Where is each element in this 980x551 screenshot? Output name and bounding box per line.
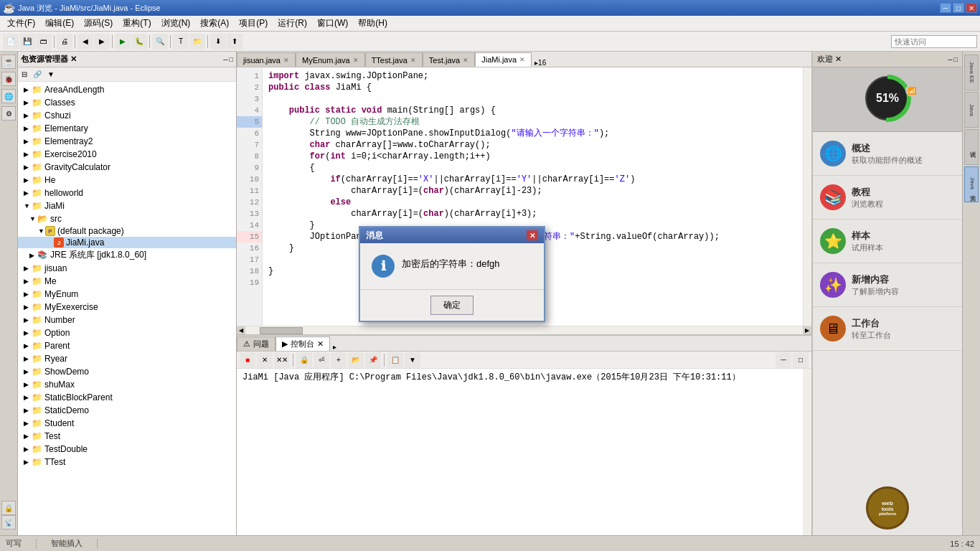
- toolbar-prev-annotation[interactable]: ⬆: [227, 34, 242, 50]
- expand-icon[interactable]: ▶: [24, 164, 31, 171]
- tree-item-Cshuzi[interactable]: ▶ 📁 Cshuzi: [18, 109, 236, 122]
- tab-close-icon[interactable]: ✕: [463, 57, 468, 64]
- expand-icon[interactable]: ▶: [24, 112, 31, 119]
- link-editor-button[interactable]: 🔗: [31, 70, 44, 79]
- tree-item-jre[interactable]: ▶ 📚 JRE 系统库 [jdk1.8.0_60]: [18, 248, 236, 262]
- tree-item-Elementary[interactable]: ▶ 📁 Elementary: [18, 122, 236, 135]
- expand-icon[interactable]: ▶: [24, 176, 31, 184]
- expand-icon[interactable]: ▶: [24, 291, 31, 298]
- word-wrap-button[interactable]: ⏎: [314, 352, 329, 368]
- toolbar-save[interactable]: 💾: [19, 34, 35, 50]
- tree-item-JiaMi[interactable]: ▼ 📁 JiaMi: [18, 199, 236, 212]
- expand-icon[interactable]: ▶: [24, 303, 31, 311]
- welcome-item-tutorial[interactable]: 📚 教程 浏览教程: [813, 176, 962, 220]
- tab-jiami[interactable]: JiaMi.java ✕: [475, 52, 532, 67]
- tree-item-He[interactable]: ▶ 📁 He: [18, 174, 236, 187]
- tree-item-StaticBlockParent[interactable]: ▶ 📁 StaticBlockParent: [18, 391, 236, 404]
- welcome-item-whats-new[interactable]: ✨ 新增内容 了解新增内容: [813, 263, 962, 307]
- perspective-javaee-button[interactable]: Java EE: [964, 55, 979, 90]
- open-console-button[interactable]: 📂: [348, 352, 364, 368]
- perspective-debug-button[interactable]: 调试: [964, 129, 979, 165]
- tree-item-Student[interactable]: ▶ 📁 Student: [18, 417, 236, 430]
- remove-launch-button[interactable]: ✕: [257, 352, 273, 368]
- pin-console-button[interactable]: 📌: [365, 352, 381, 368]
- tree-item-MyEnum[interactable]: ▶ 📁 MyEnum: [18, 288, 236, 301]
- toolbar-open-type[interactable]: T: [173, 34, 189, 50]
- expand-icon[interactable]: ▶: [24, 86, 31, 93]
- perspective-javabrowse-button[interactable]: Java 浏览: [964, 166, 979, 202]
- welcome-item-workbench[interactable]: 🖥 工作台 转至工作台: [813, 307, 962, 351]
- tree-item-TTest[interactable]: ▶ 📁 TTest: [18, 456, 236, 468]
- code-scrollbar-vertical[interactable]: [803, 67, 811, 326]
- expand-icon[interactable]: ▶: [24, 125, 31, 132]
- tree-item-Classes[interactable]: ▶ 📁 Classes: [18, 96, 236, 109]
- tree-item-shuMax[interactable]: ▶ 📁 shuMax: [18, 378, 236, 391]
- menu-edit[interactable]: 编辑(E): [41, 16, 78, 31]
- tree-item-TestDouble[interactable]: ▶ 📁 TestDouble: [18, 443, 236, 456]
- scroll-lock-button[interactable]: 🔒: [296, 352, 312, 368]
- tab-overflow-bottom[interactable]: ▸: [330, 343, 339, 351]
- expand-icon[interactable]: ▼: [38, 227, 45, 235]
- toolbar-forward[interactable]: ▶: [94, 34, 110, 50]
- expand-icon[interactable]: ▶: [24, 138, 31, 145]
- console-scrollbar[interactable]: [803, 369, 811, 535]
- menu-help[interactable]: 帮助(H): [354, 16, 392, 31]
- expand-icon[interactable]: ▶: [24, 420, 31, 427]
- remove-all-launches-button[interactable]: ✕✕: [274, 352, 290, 368]
- tree-item-Ryear[interactable]: ▶ 📁 Ryear: [18, 352, 236, 365]
- toolbar-next-annotation[interactable]: ⬇: [210, 34, 226, 50]
- tree-item-Exercise2010[interactable]: ▶ 📁 Exercise2010: [18, 148, 236, 161]
- terminate-button[interactable]: ■: [240, 352, 255, 368]
- expand-icon[interactable]: ▶: [24, 458, 31, 466]
- tab-close-icon[interactable]: ✕: [353, 57, 359, 64]
- menu-file[interactable]: 文件(F): [3, 16, 39, 31]
- maximize-view-button[interactable]: □: [230, 56, 233, 63]
- tab-console[interactable]: ▶ 控制台 ✕: [275, 336, 330, 351]
- display-selected-button[interactable]: 📋: [387, 352, 403, 368]
- tab-jisuan[interactable]: jisuan.java ✕: [237, 52, 296, 67]
- tree-item-GravityCalculator[interactable]: ▶ 📁 GravityCalculator: [18, 161, 236, 174]
- tab-overflow-button[interactable]: ▸16: [532, 59, 549, 67]
- toolbar-new[interactable]: 📄: [3, 34, 19, 50]
- maximize-console-button[interactable]: □: [793, 352, 809, 368]
- console-view-menu-button[interactable]: ▼: [405, 352, 420, 368]
- toolbar-run[interactable]: ▶: [115, 34, 131, 50]
- tab-test[interactable]: Test.java ✕: [423, 52, 475, 67]
- tab-close-icon[interactable]: ✕: [283, 57, 289, 64]
- tab-myenum[interactable]: MyEnum.java ✕: [296, 52, 365, 67]
- tree-item-StaticDemo[interactable]: ▶ 📁 StaticDemo: [18, 404, 236, 417]
- dialog-ok-button[interactable]: 确定: [430, 296, 473, 315]
- expand-icon[interactable]: ▶: [24, 355, 31, 362]
- tree-item-JiaMi-java[interactable]: J JiaMi.java: [18, 237, 236, 248]
- expand-icon[interactable]: ▼: [29, 215, 37, 222]
- tree-item-helloworld[interactable]: ▶ 📁 helloworld: [18, 187, 236, 199]
- perspective-java-button[interactable]: Java: [964, 92, 979, 128]
- expand-icon[interactable]: ▶: [24, 265, 31, 272]
- expand-icon[interactable]: ▶: [24, 329, 31, 336]
- expand-icon[interactable]: ▶: [24, 316, 31, 324]
- expand-icon[interactable]: ▶: [24, 151, 31, 158]
- expand-icon[interactable]: ▶: [24, 342, 31, 349]
- tree-item-Me[interactable]: ▶ 📁 Me: [18, 275, 236, 288]
- tree-item-src[interactable]: ▼ 📂 src: [18, 212, 236, 225]
- tree-item-Option[interactable]: ▶ 📁 Option: [18, 326, 236, 339]
- title-controls[interactable]: ─ □ ✕: [940, 3, 977, 13]
- collapse-all-button[interactable]: ⊟: [19, 70, 29, 79]
- expand-icon[interactable]: ▶: [24, 99, 31, 106]
- expand-icon[interactable]: ▼: [24, 202, 31, 209]
- code-scrollbar-horizontal[interactable]: ◀ ▶: [237, 326, 811, 334]
- tab-close-icon[interactable]: ✕: [317, 339, 324, 349]
- minimize-console-button[interactable]: ─: [776, 352, 791, 368]
- quick-access-input[interactable]: [891, 35, 977, 48]
- menu-window[interactable]: 窗口(W): [313, 16, 352, 31]
- expand-icon[interactable]: ▶: [24, 381, 31, 388]
- minimize-button[interactable]: ─: [940, 3, 951, 13]
- toolbar-open-resource[interactable]: 📁: [189, 34, 205, 50]
- tree-item-Parent[interactable]: ▶ 📁 Parent: [18, 339, 236, 352]
- scroll-thumb[interactable]: [260, 327, 303, 334]
- tab-close-icon[interactable]: ✕: [519, 56, 525, 63]
- tree-item-jisuan[interactable]: ▶ 📁 jisuan: [18, 262, 236, 275]
- welcome-item-samples[interactable]: ⭐ 样本 试用样本: [813, 220, 962, 263]
- toolbar-save-all[interactable]: 🗃: [36, 34, 52, 50]
- tree-item-MyExexercise[interactable]: ▶ 📁 MyExexercise: [18, 301, 236, 314]
